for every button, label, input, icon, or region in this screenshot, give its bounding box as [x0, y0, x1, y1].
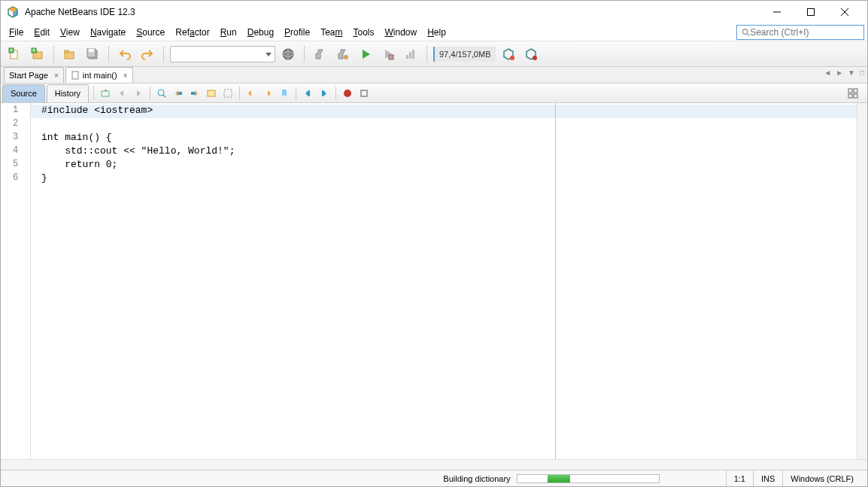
- memory-meter[interactable]: 97,4/157,0MB: [433, 47, 496, 62]
- menu-run[interactable]: Run: [215, 25, 242, 40]
- line-number: 2: [1, 118, 30, 132]
- svg-point-35: [533, 56, 537, 60]
- svg-marker-43: [175, 90, 178, 96]
- macro-stop-button[interactable]: [356, 85, 372, 102]
- prev-bookmark-button[interactable]: [243, 85, 259, 102]
- svg-point-7: [742, 29, 747, 33]
- plugin-update-button[interactable]: [499, 44, 518, 64]
- shift-right-button[interactable]: [316, 85, 332, 102]
- maximize-editor-icon[interactable]: □: [860, 68, 864, 77]
- menu-source[interactable]: Source: [131, 25, 170, 40]
- svg-rect-58: [361, 90, 367, 96]
- svg-rect-44: [178, 92, 182, 95]
- svg-text:+: +: [10, 47, 13, 53]
- svg-rect-17: [65, 50, 68, 53]
- svg-point-57: [344, 90, 351, 97]
- menu-tea[interactable]: Team: [315, 25, 348, 40]
- code-line: }: [41, 172, 867, 186]
- code-editor[interactable]: 123456 #include <iostream>int main() { s…: [1, 103, 867, 459]
- toggle-bookmark-button[interactable]: [276, 85, 293, 102]
- svg-text:+: +: [32, 47, 35, 53]
- config-combo[interactable]: [170, 46, 275, 62]
- toggle-highlight-button[interactable]: [203, 85, 220, 102]
- new-file-button[interactable]: +: [5, 44, 25, 64]
- line-ending[interactable]: Windows (CRLF): [782, 470, 861, 486]
- svg-rect-36: [72, 72, 78, 79]
- search-icon: [742, 28, 750, 37]
- tab-int-main-[interactable]: int main()×: [65, 67, 133, 83]
- svg-point-41: [158, 90, 164, 96]
- svg-rect-61: [848, 94, 852, 98]
- search-input[interactable]: [750, 27, 859, 38]
- menu-file[interactable]: File: [4, 25, 29, 40]
- line-number: 3: [1, 132, 30, 145]
- svg-rect-4: [807, 9, 814, 16]
- window-title: Apache NetBeans IDE 12.3: [25, 7, 760, 17]
- run-button[interactable]: [356, 44, 375, 64]
- code-area[interactable]: #include <iostream>int main() { std::cou…: [31, 103, 867, 459]
- code-line: return 0;: [41, 159, 867, 172]
- minimize-button[interactable]: [760, 1, 794, 23]
- browser-button[interactable]: [278, 44, 298, 64]
- right-margin-line: [555, 103, 556, 459]
- line-gutter: 123456: [1, 103, 31, 459]
- back-button[interactable]: [114, 85, 130, 102]
- build-button[interactable]: [311, 44, 330, 64]
- tab-start-page[interactable]: Start Page×: [4, 67, 64, 83]
- quick-search[interactable]: [736, 25, 864, 40]
- document-tabs: Start Page×int main()× ◄ ► ▼ □: [1, 67, 867, 84]
- menu-window[interactable]: Window: [380, 25, 423, 40]
- line-number: 5: [1, 159, 30, 172]
- close-window-button[interactable]: [827, 1, 861, 23]
- split-editor-button[interactable]: [845, 85, 861, 102]
- close-icon[interactable]: ×: [54, 72, 59, 80]
- find-selection-button[interactable]: [153, 85, 170, 102]
- redo-button[interactable]: [138, 44, 157, 64]
- cursor-position[interactable]: 1:1: [726, 470, 753, 486]
- save-all-button[interactable]: [83, 44, 102, 64]
- close-icon[interactable]: ×: [123, 72, 128, 80]
- new-project-button[interactable]: +: [28, 44, 47, 64]
- forward-button[interactable]: [130, 85, 147, 102]
- horizontal-scrollbar[interactable]: [1, 459, 867, 470]
- macro-record-button[interactable]: [339, 85, 356, 102]
- insert-mode[interactable]: INS: [753, 470, 782, 486]
- vertical-scrollbar[interactable]: [857, 103, 867, 459]
- svg-rect-20: [89, 49, 94, 52]
- menu-refctor[interactable]: Refactor: [170, 25, 214, 40]
- profile-button[interactable]: [401, 44, 420, 64]
- undo-button[interactable]: [115, 44, 135, 64]
- history-tab[interactable]: History: [47, 84, 89, 102]
- scroll-right-icon[interactable]: ►: [836, 68, 843, 77]
- dropdown-tabs-icon[interactable]: ▼: [848, 68, 855, 77]
- source-tab[interactable]: Source: [2, 84, 45, 102]
- svg-marker-45: [195, 90, 198, 96]
- menu-profile[interactable]: Profile: [279, 25, 315, 40]
- shift-left-button[interactable]: [299, 85, 316, 102]
- code-line: #include <iostream>: [31, 105, 867, 118]
- menu-help[interactable]: Help: [422, 25, 451, 40]
- code-line: std::cout << "Hello, World!";: [41, 145, 867, 159]
- clean-build-button[interactable]: [333, 44, 353, 64]
- find-prev-button[interactable]: [170, 85, 187, 102]
- plugin-error-button[interactable]: [521, 44, 541, 64]
- svg-rect-30: [409, 52, 411, 59]
- svg-rect-28: [389, 55, 393, 59]
- line-number: 1: [1, 105, 30, 118]
- debug-button[interactable]: [378, 44, 398, 64]
- menu-navigate[interactable]: Navigate: [85, 25, 131, 40]
- last-edit-button[interactable]: [97, 85, 114, 102]
- menu-view[interactable]: View: [55, 25, 85, 40]
- next-bookmark-button[interactable]: [259, 85, 276, 102]
- menu-tools[interactable]: Tools: [348, 25, 379, 40]
- toggle-rectangular-button[interactable]: [220, 85, 236, 102]
- menu-edit[interactable]: Edit: [29, 25, 55, 40]
- svg-rect-29: [406, 55, 408, 59]
- find-next-button[interactable]: [187, 85, 203, 102]
- open-project-button[interactable]: [60, 44, 80, 64]
- svg-rect-37: [102, 91, 109, 96]
- maximize-button[interactable]: [794, 1, 827, 23]
- scroll-left-icon[interactable]: ◄: [824, 68, 831, 77]
- menu-debug[interactable]: Debug: [242, 25, 279, 40]
- line-number: 4: [1, 145, 30, 159]
